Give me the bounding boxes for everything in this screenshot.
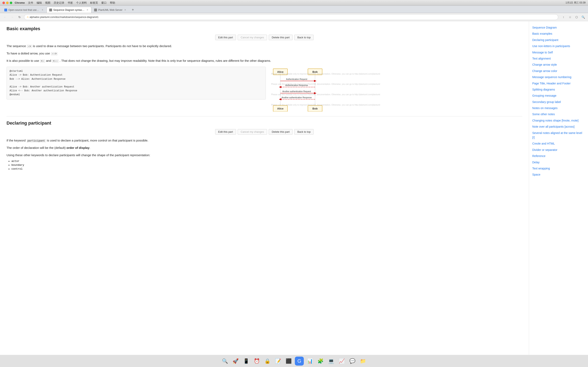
declaring-cancel-button[interactable]: Cancel my changes	[238, 129, 267, 134]
sidebar-item-text-alignment[interactable]: Text alignment	[532, 55, 585, 62]
reload-button[interactable]: ↻	[17, 14, 22, 20]
sidebar-item-page-title-header-and-footer[interactable]: Page Title, Header and Footer	[532, 80, 585, 86]
declaring-para2: The order of declaration will be the (de…	[7, 145, 522, 150]
svg-marker-10	[279, 86, 281, 88]
dock-bar: 🔍 🚀 📱 ⏰ 🔒 📝 ⬛ G 📊 🧩 💻 📈 💬 📁	[0, 355, 588, 367]
os-menu-历史记录[interactable]: 历史记录	[54, 1, 64, 5]
address-input[interactable]: ⚠ alphadoc.plantuml.com/doc/markdown/en/…	[24, 14, 558, 20]
sidebar-item-divider-or-separator[interactable]: Divider or separator	[532, 147, 585, 153]
new-tab-button[interactable]: +	[130, 7, 136, 13]
zoom-icon[interactable]: 🔍	[580, 14, 586, 20]
dock-timetrack[interactable]: ⏰	[252, 357, 261, 366]
sidebar-item-some-other-notes[interactable]: Some other notes	[532, 111, 585, 117]
back-button[interactable]: ←	[2, 14, 8, 20]
sidebar-item-changing-notes-shape-hnote-rnote[interactable]: Changing notes shape [hnote, rnote]	[532, 117, 585, 124]
sidebar-item-message-sequence-numbering[interactable]: Message sequence numbering	[532, 74, 585, 80]
url-text: alphadoc.plantuml.com/doc/markdown/en/se…	[30, 16, 99, 18]
os-menu-视图[interactable]: 视图	[45, 1, 51, 5]
maximize-button[interactable]	[10, 2, 12, 4]
sidebar-item-grouping-message[interactable]: Grouping message	[532, 92, 585, 99]
basic-cancel-button[interactable]: Cancel my changes	[238, 35, 267, 40]
dock-security[interactable]: 🔒	[263, 357, 272, 366]
sidebar-item-splitting-diagrams[interactable]: Splitting diagrams	[532, 86, 585, 92]
minimize-button[interactable]	[6, 2, 9, 4]
svg-text:Bob: Bob	[312, 107, 318, 110]
dock-chrome[interactable]: G	[295, 357, 304, 366]
basic-delete-button[interactable]: Delete this part	[269, 35, 293, 40]
extensions-icon[interactable]: ⬡	[574, 14, 579, 20]
sidebar-item-secondary-group-label[interactable]: Secondary group label	[532, 99, 585, 105]
sidebar-item-change-arrow-style[interactable]: Change arrow style	[532, 62, 585, 68]
os-menu-文件[interactable]: 文件	[28, 1, 33, 5]
basic-edit-button[interactable]: Edit this part	[215, 35, 236, 40]
tab-tab2[interactable]: Sequence Diagram syntax and... ✕	[47, 7, 91, 13]
os-menu-个人资料[interactable]: 个人资料	[76, 1, 87, 5]
toolbar-icons: ↑ ☆ ⬡ 🔍	[561, 14, 586, 20]
tab-close-tab1[interactable]: ✕	[41, 8, 44, 11]
dock-finder[interactable]: 🔍	[221, 357, 229, 366]
sidebar-item-several-notes-aligned-at-the-same-level-[interactable]: Several notes aligned at the same level …	[532, 130, 585, 141]
declaring-delete-button[interactable]: Delete this part	[269, 129, 293, 134]
tab-tab1[interactable]: Open-source tool that uses si... ✕	[2, 7, 47, 13]
dock-terminal[interactable]: ⬛	[284, 357, 293, 366]
basic-back-to-top-button[interactable]: Back to top	[294, 35, 314, 40]
participant-keyword: participant	[26, 139, 46, 142]
traffic-lights[interactable]	[2, 2, 12, 4]
bookmark-icon[interactable]: ☆	[567, 14, 573, 20]
sidebar-item-notes-on-messages[interactable]: Notes on messages	[532, 105, 585, 111]
tab-tab3[interactable]: PlantUML Web Server ✕	[91, 7, 129, 13]
os-menus: Chrome文件编辑视图历史记录书签个人资料标签页窗口帮助	[15, 1, 115, 5]
dock-wechat[interactable]: 💬	[348, 357, 357, 366]
declaring-back-to-top-button[interactable]: Back to top	[294, 129, 314, 134]
close-button[interactable]	[2, 2, 5, 4]
os-menu-Chrome[interactable]: Chrome	[15, 1, 25, 4]
bullet-item: actor	[11, 160, 522, 163]
declaring-para1: If the keyword participant is used to de…	[7, 138, 522, 143]
tab-favicon-tab3	[94, 8, 97, 11]
sidebar-item-use-non-letters-in-participants[interactable]: Use non-letters in participants	[532, 43, 585, 49]
dock-files[interactable]: 📁	[359, 357, 367, 366]
declaring-para2-prefix: The order of declaration will be the (de…	[7, 146, 67, 150]
basic-para2: To have a dotted arrow, you use -->	[7, 51, 522, 56]
os-menu-标签页[interactable]: 标签页	[90, 1, 98, 5]
dock-jetbrains[interactable]: 🧩	[316, 357, 325, 366]
tab-title-tab3: PlantUML Web Server	[98, 8, 122, 11]
os-menu-窗口[interactable]: 窗口	[101, 1, 107, 5]
svg-text:Alice: Alice	[277, 70, 283, 73]
dock-launchpad[interactable]: 🚀	[231, 357, 240, 366]
sidebar-item-declaring-participant[interactable]: Declaring participant	[532, 37, 585, 43]
tab-title-tab2: Sequence Diagram syntax and...	[53, 8, 85, 11]
declaring-edit-button[interactable]: Edit this part	[215, 129, 236, 134]
dock-powerpoint[interactable]: 📊	[305, 357, 314, 366]
sidebar-item-space[interactable]: Space	[532, 171, 585, 178]
sidebar-item-message-to-self[interactable]: Message to Self	[532, 49, 585, 55]
dock-excel[interactable]: 📈	[337, 357, 346, 366]
sidebar-item-basic-examples[interactable]: Basic examples	[532, 31, 585, 37]
sidebar-item-reference[interactable]: Reference	[532, 153, 585, 159]
sidebar-item-creole-and-html[interactable]: Creole and HTML	[532, 141, 585, 147]
basic-examples-section: Basic examples Edit this part Cancel my …	[7, 26, 522, 112]
dock-typora[interactable]: 📝	[274, 357, 283, 366]
sidebar-item-delay[interactable]: Delay	[532, 159, 585, 165]
tab-close-tab3[interactable]: ✕	[124, 8, 127, 11]
sidebar-item-change-arrow-color[interactable]: Change arrow color	[532, 68, 585, 74]
security-icon: ⚠	[27, 16, 29, 18]
svg-marker-16	[279, 98, 281, 100]
basic-examples-title: Basic examples	[7, 26, 522, 31]
bullet-item: boundary	[11, 164, 522, 167]
tab-close-tab2[interactable]: ✕	[86, 8, 89, 11]
sidebar-item-note-over-all-participants-across[interactable]: Note over all participants [across]	[532, 124, 585, 130]
forward-button[interactable]: →	[9, 14, 15, 20]
sidebar-item-sequence-diagram[interactable]: Sequence Diagram	[532, 25, 585, 31]
tab-title-tab1: Open-source tool that uses si...	[8, 8, 40, 11]
share-icon[interactable]: ↑	[561, 14, 566, 20]
svg-marker-13	[314, 92, 316, 94]
svg-text:Another authentication Respons: Another authentication Response	[282, 96, 312, 99]
os-menu-帮助[interactable]: 帮助	[110, 1, 115, 5]
dock-vscode[interactable]: 💻	[327, 357, 336, 366]
sidebar-item-text-wrapping[interactable]: Text wrapping	[532, 165, 585, 171]
os-menu-编辑[interactable]: 编辑	[36, 1, 42, 5]
os-menu-书签[interactable]: 书签	[68, 1, 73, 5]
basic-examples-buttons: Edit this part Cancel my changes Delete …	[7, 35, 522, 40]
dock-appstore[interactable]: 📱	[242, 357, 251, 366]
